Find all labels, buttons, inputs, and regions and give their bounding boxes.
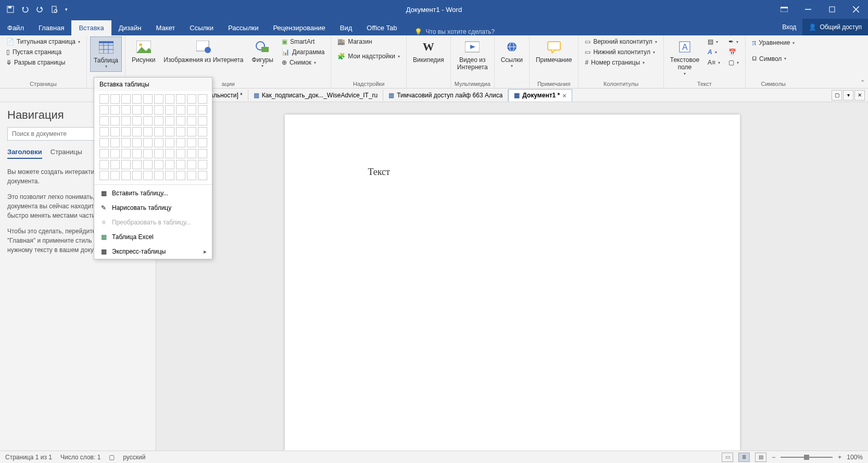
grid-cell[interactable]	[99, 116, 109, 126]
draw-table-item[interactable]: ✎Нарисовать таблицу	[94, 201, 212, 215]
qat-customize-icon[interactable]: ▾	[62, 3, 70, 16]
cover-page-button[interactable]: 📄Титульная страница▾	[3, 36, 83, 47]
share-button[interactable]: 👤 Общий доступ	[802, 19, 868, 35]
grid-cell[interactable]	[198, 160, 207, 169]
new-tab-button[interactable]: ▢	[832, 90, 842, 101]
store-button[interactable]: 🏬Магазин	[334, 36, 403, 47]
online-video-button[interactable]: Видео изИнтернета	[454, 36, 491, 73]
grid-cell[interactable]	[198, 94, 207, 104]
grid-cell[interactable]	[132, 171, 142, 180]
grid-cell[interactable]	[165, 105, 174, 115]
grid-cell[interactable]	[132, 138, 142, 147]
grid-cell[interactable]	[110, 160, 120, 169]
touch-mode-icon[interactable]	[48, 3, 60, 16]
doc-tab-3[interactable]: ▦Тимчасовий доступ лайф 663 Алиса	[383, 90, 508, 101]
grid-cell[interactable]	[110, 94, 120, 104]
tab-menu-button[interactable]: ▾	[843, 90, 853, 101]
grid-cell[interactable]	[121, 171, 131, 180]
status-words[interactable]: Число слов: 1	[60, 454, 100, 461]
grid-cell[interactable]	[132, 116, 142, 126]
grid-cell[interactable]	[132, 160, 142, 169]
page-number-button[interactable]: #Номер страницы▾	[582, 57, 660, 68]
quick-parts-button[interactable]: ▤▾	[705, 36, 723, 47]
grid-cell[interactable]	[99, 94, 109, 104]
date-time-button[interactable]: 📅	[725, 47, 742, 57]
grid-cell[interactable]	[154, 171, 163, 180]
grid-cell[interactable]	[110, 127, 120, 136]
undo-icon[interactable]	[19, 3, 31, 16]
grid-cell[interactable]	[121, 149, 131, 158]
grid-cell[interactable]	[165, 171, 174, 180]
document-canvas[interactable]: Текст	[156, 102, 868, 451]
grid-cell[interactable]	[176, 116, 185, 126]
grid-cell[interactable]	[198, 149, 207, 158]
grid-cell[interactable]	[121, 138, 131, 147]
grid-cell[interactable]	[121, 94, 131, 104]
grid-cell[interactable]	[132, 94, 142, 104]
tab-close-all-button[interactable]: ✕	[854, 90, 865, 101]
tab-design[interactable]: Дизайн	[111, 20, 149, 35]
tab-layout[interactable]: Макет	[148, 20, 182, 35]
grid-cell[interactable]	[187, 127, 196, 136]
wikipedia-button[interactable]: WВикипедия	[410, 36, 447, 66]
quick-tables-item[interactable]: ▦Экспресс-таблицы▸	[94, 244, 212, 259]
drop-cap-button[interactable]: A≡▾	[705, 57, 723, 68]
read-mode-button[interactable]: ▭	[722, 453, 733, 462]
equation-button[interactable]: πУравнение▾	[749, 36, 798, 49]
object-button[interactable]: ▢▾	[725, 57, 742, 68]
close-tab-icon[interactable]: ×	[562, 92, 567, 99]
grid-cell[interactable]	[154, 160, 163, 169]
grid-cell[interactable]	[176, 105, 185, 115]
zoom-slider[interactable]	[781, 457, 833, 458]
grid-cell[interactable]	[143, 138, 153, 147]
table-grid-picker[interactable]	[94, 91, 212, 183]
nav-tab-headings[interactable]: Заголовки	[7, 148, 42, 159]
grid-cell[interactable]	[165, 116, 174, 126]
grid-cell[interactable]	[121, 105, 131, 115]
doc-tab-4[interactable]: ▦Документ1 *×	[508, 89, 572, 102]
excel-table-item[interactable]: ▦Таблица Excel	[94, 230, 212, 244]
screenshot-button[interactable]: ⊕Снимок▾	[279, 57, 328, 68]
grid-cell[interactable]	[99, 171, 109, 180]
grid-cell[interactable]	[176, 138, 185, 147]
page-break-button[interactable]: ⤋Разрыв страницы	[3, 57, 83, 68]
blank-page-button[interactable]: ▯Пустая страница	[3, 47, 83, 57]
grid-cell[interactable]	[132, 149, 142, 158]
table-button[interactable]: Таблица▾	[90, 36, 122, 72]
grid-cell[interactable]	[132, 105, 142, 115]
grid-cell[interactable]	[165, 160, 174, 169]
maximize-icon[interactable]	[820, 0, 844, 19]
tab-office-tab[interactable]: Office Tab	[359, 20, 404, 35]
status-language[interactable]: русский	[123, 454, 145, 461]
links-button[interactable]: Ссылки▾	[498, 36, 526, 71]
grid-cell[interactable]	[154, 149, 163, 158]
web-layout-button[interactable]: ▤	[755, 453, 766, 462]
grid-cell[interactable]	[121, 160, 131, 169]
comment-button[interactable]: Примечание	[533, 36, 575, 66]
grid-cell[interactable]	[110, 171, 120, 180]
save-icon[interactable]	[4, 3, 17, 16]
grid-cell[interactable]	[176, 94, 185, 104]
grid-cell[interactable]	[198, 116, 207, 126]
doc-tab-2[interactable]: ▦Как_подписать_док..._WiseAdvice_IT_ru	[248, 90, 384, 101]
chart-button[interactable]: 📊Диаграмма	[279, 47, 328, 57]
grid-cell[interactable]	[154, 105, 163, 115]
status-page[interactable]: Страница 1 из 1	[5, 454, 52, 461]
header-button[interactable]: ▭Верхний колонтитул▾	[582, 36, 660, 47]
pictures-button[interactable]: Рисунки	[129, 36, 158, 66]
tab-mailings[interactable]: Рассылки	[221, 20, 266, 35]
grid-cell[interactable]	[165, 149, 174, 158]
ribbon-display-icon[interactable]	[772, 0, 796, 19]
grid-cell[interactable]	[198, 138, 207, 147]
grid-cell[interactable]	[154, 127, 163, 136]
zoom-in-button[interactable]: +	[838, 454, 841, 461]
spellcheck-icon[interactable]: ▢	[109, 454, 115, 461]
smartart-button[interactable]: ▣SmartArt	[279, 36, 328, 47]
text-box-button[interactable]: AТекстовоеполе▾	[667, 36, 702, 78]
signature-button[interactable]: ✒▾	[725, 36, 742, 47]
grid-cell[interactable]	[143, 105, 153, 115]
grid-cell[interactable]	[187, 94, 196, 104]
minimize-icon[interactable]	[796, 0, 820, 19]
nav-tab-pages[interactable]: Страницы	[51, 148, 82, 159]
grid-cell[interactable]	[143, 160, 153, 169]
